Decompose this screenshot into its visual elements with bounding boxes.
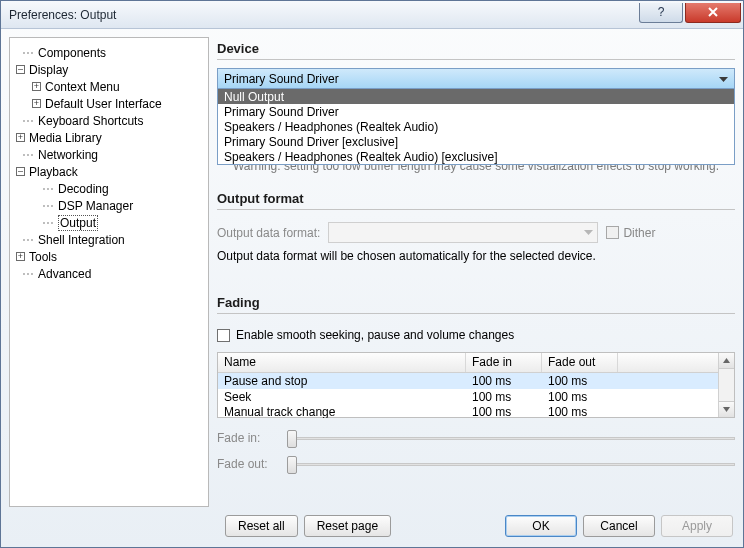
help-icon: ? <box>654 5 668 19</box>
expand-icon[interactable] <box>32 99 41 108</box>
fade-in-slider[interactable] <box>287 428 735 448</box>
reset-page-button[interactable]: Reset page <box>304 515 391 537</box>
chevron-down-icon <box>723 407 730 412</box>
slider-thumb[interactable] <box>287 456 297 474</box>
expand-icon[interactable] <box>16 133 25 142</box>
tree-item-shell-integration[interactable]: ⋯Shell Integration <box>14 231 204 248</box>
fade-out-slider-label: Fade out: <box>217 457 277 471</box>
chevron-down-icon <box>584 230 593 236</box>
collapse-icon[interactable] <box>16 167 25 176</box>
svg-text:?: ? <box>658 5 665 19</box>
output-data-format-label: Output data format: <box>217 226 320 240</box>
output-data-format-select <box>328 222 598 243</box>
device-option[interactable]: Primary Sound Driver [exclusive] <box>218 134 734 149</box>
table-row[interactable]: Seek 100 ms 100 ms <box>218 389 718 405</box>
tree-item-tools[interactable]: Tools <box>14 248 204 265</box>
help-button[interactable]: ? <box>639 3 683 23</box>
chevron-up-icon <box>723 358 730 363</box>
fading-heading: Fading <box>217 291 735 314</box>
device-option[interactable]: Null Output <box>218 89 734 104</box>
tree-item-keyboard-shortcuts[interactable]: ⋯Keyboard Shortcuts <box>14 112 204 129</box>
table-row[interactable]: Pause and stop 100 ms 100 ms <box>218 373 718 389</box>
titlebar[interactable]: Preferences: Output ? <box>1 1 743 29</box>
chevron-down-icon <box>719 72 728 86</box>
reset-all-button[interactable]: Reset all <box>225 515 298 537</box>
col-fadeout[interactable]: Fade out <box>542 353 618 372</box>
ok-button[interactable]: OK <box>505 515 577 537</box>
slider-thumb[interactable] <box>287 430 297 448</box>
device-option[interactable]: Primary Sound Driver <box>218 104 734 119</box>
category-tree[interactable]: ⋯Components Display Context Menu Default… <box>9 37 209 507</box>
tree-item-decoding[interactable]: ⋯Decoding <box>14 180 204 197</box>
dither-label: Dither <box>623 226 655 240</box>
col-fadein[interactable]: Fade in <box>466 353 542 372</box>
tree-item-media-library[interactable]: Media Library <box>14 129 204 146</box>
fading-table[interactable]: Name Fade in Fade out Pause and stop 100… <box>217 352 735 418</box>
tree-item-components[interactable]: ⋯Components <box>14 44 204 61</box>
dither-checkbox-wrap: Dither <box>606 226 655 240</box>
scrollbar[interactable] <box>718 353 734 417</box>
device-option[interactable]: Speakers / Headphones (Realtek Audio) [e… <box>218 149 734 164</box>
output-format-note: Output data format will be chosen automa… <box>217 249 735 263</box>
tree-item-output[interactable]: ⋯Output <box>14 214 204 231</box>
device-combo-list[interactable]: Null Output Primary Sound Driver Speaker… <box>217 89 735 165</box>
tree-item-dsp-manager[interactable]: ⋯DSP Manager <box>14 197 204 214</box>
col-name[interactable]: Name <box>218 353 466 372</box>
apply-button: Apply <box>661 515 733 537</box>
device-selected-label: Primary Sound Driver <box>224 72 339 86</box>
tree-item-default-ui[interactable]: Default User Interface <box>14 95 204 112</box>
fade-in-slider-label: Fade in: <box>217 431 277 445</box>
dialog-footer: Reset all Reset page OK Cancel Apply <box>1 511 743 547</box>
table-row[interactable]: Manual track change 100 ms 100 ms <box>218 405 718 418</box>
expand-icon[interactable] <box>32 82 41 91</box>
enable-fading-label: Enable smooth seeking, pause and volume … <box>236 328 514 342</box>
enable-fading-checkbox[interactable] <box>217 329 230 342</box>
device-combo-selected[interactable]: Primary Sound Driver <box>217 68 735 89</box>
preferences-window: Preferences: Output ? ⋯Components Displa… <box>0 0 744 548</box>
fade-out-slider[interactable] <box>287 454 735 474</box>
tree-item-playback[interactable]: Playback <box>14 163 204 180</box>
device-heading: Device <box>217 37 735 60</box>
device-combo[interactable]: Primary Sound Driver Null Output Primary… <box>217 68 735 89</box>
expand-icon[interactable] <box>16 252 25 261</box>
scroll-up-button[interactable] <box>719 353 734 369</box>
tree-item-advanced[interactable]: ⋯Advanced <box>14 265 204 282</box>
content-panel: Device Primary Sound Driver Null Output … <box>217 37 735 507</box>
close-button[interactable] <box>685 3 741 23</box>
tree-item-context-menu[interactable]: Context Menu <box>14 78 204 95</box>
close-icon <box>706 5 720 19</box>
dither-checkbox <box>606 226 619 239</box>
tree-item-networking[interactable]: ⋯Networking <box>14 146 204 163</box>
fading-table-header: Name Fade in Fade out <box>218 353 718 373</box>
device-option[interactable]: Speakers / Headphones (Realtek Audio) <box>218 119 734 134</box>
tree-item-display[interactable]: Display <box>14 61 204 78</box>
output-format-heading: Output format <box>217 187 735 210</box>
scroll-down-button[interactable] <box>719 401 734 417</box>
cancel-button[interactable]: Cancel <box>583 515 655 537</box>
collapse-icon[interactable] <box>16 65 25 74</box>
window-title: Preferences: Output <box>9 8 116 22</box>
